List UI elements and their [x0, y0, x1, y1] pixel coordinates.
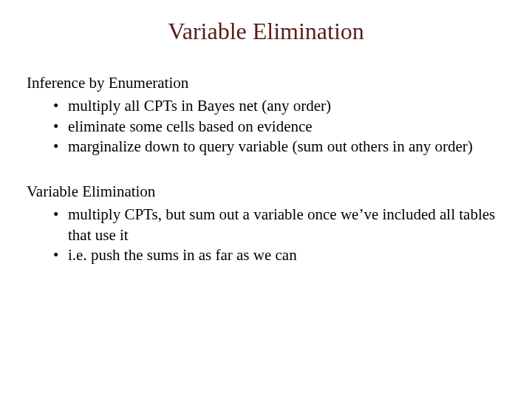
slide: Variable Elimination Inference by Enumer…	[0, 0, 532, 399]
bullet-list: multiply all CPTs in Bayes net (any orde…	[27, 96, 505, 157]
list-item: multiply CPTs, but sum out a variable on…	[27, 205, 505, 245]
bullet-list: multiply CPTs, but sum out a variable on…	[27, 205, 505, 265]
list-item: multiply all CPTs in Bayes net (any orde…	[27, 96, 505, 116]
list-item: marginalize down to query variable (sum …	[27, 137, 505, 157]
section-heading: Inference by Enumeration	[27, 73, 505, 93]
list-item: i.e. push the sums in as far as we can	[27, 245, 505, 265]
slide-title: Variable Elimination	[27, 18, 505, 45]
section-heading: Variable Elimination	[27, 182, 505, 202]
list-item: eliminate some cells based on evidence	[27, 117, 505, 137]
